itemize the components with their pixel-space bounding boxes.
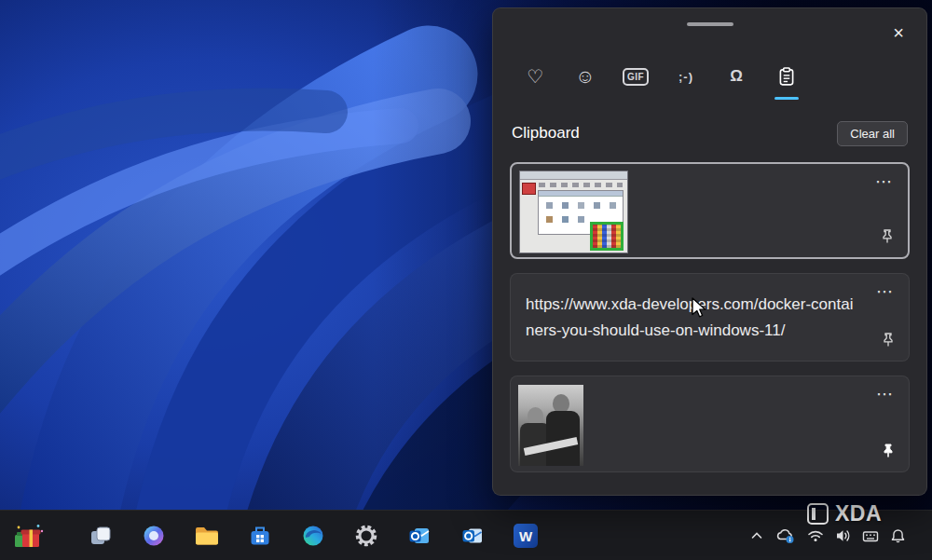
outlook-classic-icon (460, 524, 485, 548)
xda-logo-text: XDA (835, 501, 882, 526)
taskbar-item-word[interactable]: W (507, 517, 544, 554)
taskbar-item-edge[interactable] (295, 517, 332, 554)
page-title: Clipboard (512, 124, 580, 143)
wifi-icon (807, 529, 824, 543)
taskbar-item-copilot[interactable] (135, 517, 172, 554)
xda-watermark: XDA (807, 501, 882, 526)
taskbar-item-task-view[interactable] (82, 517, 119, 554)
taskbar-app-icons: W (82, 517, 544, 554)
item-menu-button[interactable]: ⋯ (872, 382, 898, 406)
symbols-icon: Ω (730, 67, 743, 86)
pin-filled-icon[interactable] (879, 441, 898, 464)
gif-icon: GIF (623, 68, 649, 86)
tray-notification-bell[interactable] (887, 517, 909, 554)
program-manager-thumbnail (519, 171, 628, 253)
photo-thumbnail (518, 385, 583, 466)
tray-onedrive[interactable] (773, 517, 799, 554)
clipboard-item-image-1[interactable]: ⋯ (510, 162, 910, 259)
outlook-icon (407, 524, 432, 548)
tab-kaomoji[interactable]: ;-) (666, 58, 706, 95)
kaomoji-icon: ;-) (678, 70, 693, 84)
taskbar-item-microsoft-store[interactable] (241, 517, 279, 554)
taskbar-item-settings[interactable] (348, 517, 385, 554)
taskbar-item-outlook-classic[interactable] (454, 517, 491, 554)
copilot-icon (142, 524, 166, 548)
smiley-icon: ☺ (575, 65, 595, 88)
tray-chevron-up[interactable] (747, 517, 767, 554)
drag-handle[interactable] (687, 22, 733, 26)
tab-gif[interactable]: GIF (616, 58, 655, 95)
pin-icon[interactable] (879, 330, 898, 353)
emoji-panel-tabs: ♡ ☺ GIF ;-) Ω (493, 58, 926, 95)
pin-icon[interactable] (878, 226, 897, 250)
taskbar-item-outlook[interactable] (401, 517, 438, 554)
xda-logo-icon (807, 503, 829, 525)
taskbar-item-gifts[interactable] (12, 520, 46, 553)
gift-icon (13, 523, 45, 551)
heart-hand-icon: ♡ (527, 65, 543, 88)
mouse-cursor (691, 297, 711, 323)
tab-favorites[interactable]: ♡ (515, 58, 555, 95)
taskbar: W (0, 510, 932, 560)
tab-emoji[interactable]: ☺ (566, 58, 605, 95)
folder-icon (194, 525, 220, 547)
word-icon: W (514, 524, 538, 548)
item-menu-button[interactable]: ⋯ (872, 280, 898, 304)
task-view-icon (89, 524, 113, 548)
gear-icon (354, 524, 378, 548)
clipboard-header: Clipboard Clear all (493, 119, 926, 147)
bell-icon (890, 528, 906, 544)
cloud-icon (775, 527, 796, 544)
touch-keyboard-icon (862, 529, 879, 543)
close-button[interactable]: × (885, 20, 911, 46)
clipboard-panel: × ♡ ☺ GIF ;-) Ω (492, 7, 927, 496)
item-menu-button[interactable]: ⋯ (871, 170, 897, 194)
clear-all-button[interactable]: Clear all (837, 121, 908, 146)
taskbar-item-file-explorer[interactable] (188, 517, 226, 554)
tab-symbols[interactable]: Ω (717, 58, 756, 95)
chevron-up-icon (749, 528, 764, 543)
tab-clipboard[interactable] (767, 58, 806, 95)
speaker-icon (835, 528, 851, 543)
clipboard-item-image-2[interactable]: ⋯ (510, 376, 910, 472)
edge-icon (301, 524, 325, 548)
desktop-screen: × ♡ ☺ GIF ;-) Ω (0, 0, 932, 560)
clipboard-icon (776, 66, 797, 87)
store-icon (248, 524, 272, 548)
